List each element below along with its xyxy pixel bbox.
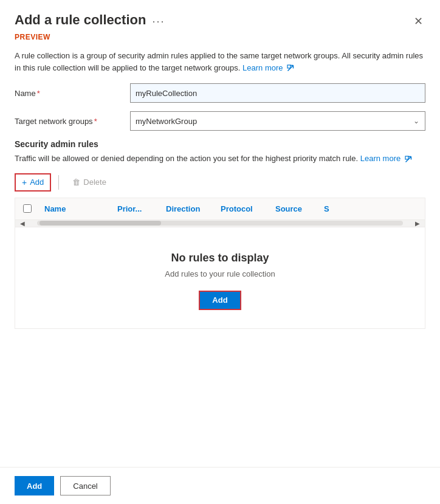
column-header-priority[interactable]: Prior... — [112, 204, 161, 213]
header-checkbox-cell — [15, 204, 40, 213]
toolbar-divider — [58, 175, 59, 190]
external-link-icon — [287, 64, 294, 72]
security-admin-rules-desc: Traffic will be allowed or denied depend… — [15, 153, 425, 165]
empty-state-description: Add rules to your rule collection — [165, 269, 275, 278]
column-header-name[interactable]: Name — [40, 204, 112, 213]
close-x-icon: ✕ — [414, 15, 423, 28]
dialog-title: Add a rule collection — [15, 12, 146, 28]
target-network-groups-select[interactable]: myNetworkGroup — [130, 111, 425, 131]
learn-more-link-2[interactable]: Learn more — [360, 154, 412, 163]
table-header: Name Prior... Direction Protocol Source … — [15, 198, 425, 220]
dialog-header: Add a rule collection ··· ✕ — [0, 0, 440, 33]
description-text: A rule collection is a group of security… — [15, 50, 425, 74]
footer-cancel-button[interactable]: Cancel — [60, 476, 110, 495]
column-header-protocol[interactable]: Protocol — [216, 204, 270, 213]
dialog-body: A rule collection is a group of security… — [0, 47, 440, 467]
empty-state: No rules to display Add rules to your ru… — [15, 227, 425, 328]
security-admin-rules-title: Security admin rules — [15, 139, 425, 149]
column-header-direction[interactable]: Direction — [161, 204, 216, 213]
plus-icon: + — [22, 178, 27, 187]
dialog-footer: Add Cancel — [0, 467, 440, 504]
external-link-icon-2 — [405, 156, 412, 163]
add-rule-collection-dialog: Add a rule collection ··· ✕ PREVIEW A ru… — [0, 0, 440, 504]
column-header-more[interactable]: S — [319, 204, 425, 213]
trash-icon: 🗑 — [72, 178, 80, 187]
scroll-right-arrow[interactable]: ▶ — [413, 220, 422, 227]
footer-add-button[interactable]: Add — [15, 476, 54, 495]
learn-more-link-1[interactable]: Learn more — [242, 63, 294, 72]
target-required: * — [94, 117, 97, 126]
scrollbar-thumb[interactable] — [40, 221, 161, 226]
scrollbar-track[interactable] — [37, 221, 403, 226]
name-field-row: Name* — [15, 83, 425, 103]
select-all-checkbox[interactable] — [23, 204, 32, 213]
preview-badge: PREVIEW — [0, 33, 440, 47]
svg-rect-0 — [287, 65, 290, 68]
horizontal-scrollbar[interactable]: ◀ ▶ — [15, 220, 425, 227]
rules-table: Name Prior... Direction Protocol Source … — [15, 198, 425, 329]
dialog-title-area: Add a rule collection ··· — [15, 12, 165, 28]
svg-rect-1 — [405, 156, 408, 159]
empty-state-title: No rules to display — [171, 252, 269, 264]
target-network-groups-row: Target network groups* myNetworkGroup ⌄ — [15, 111, 425, 131]
rules-toolbar: + Add 🗑 Delete — [15, 173, 425, 192]
scroll-left-arrow[interactable]: ◀ — [18, 220, 27, 227]
name-required: * — [37, 89, 40, 98]
name-input[interactable] — [130, 83, 425, 103]
name-label: Name* — [15, 89, 130, 98]
toolbar-add-button[interactable]: + Add — [15, 173, 51, 192]
target-network-groups-label: Target network groups* — [15, 117, 130, 126]
toolbar-delete-button[interactable]: 🗑 Delete — [66, 173, 112, 192]
more-options-icon[interactable]: ··· — [152, 13, 165, 28]
empty-state-add-button[interactable]: Add — [199, 291, 241, 310]
close-button[interactable]: ✕ — [411, 12, 425, 30]
target-network-groups-wrapper: myNetworkGroup ⌄ — [130, 111, 425, 131]
column-header-source[interactable]: Source — [270, 204, 319, 213]
